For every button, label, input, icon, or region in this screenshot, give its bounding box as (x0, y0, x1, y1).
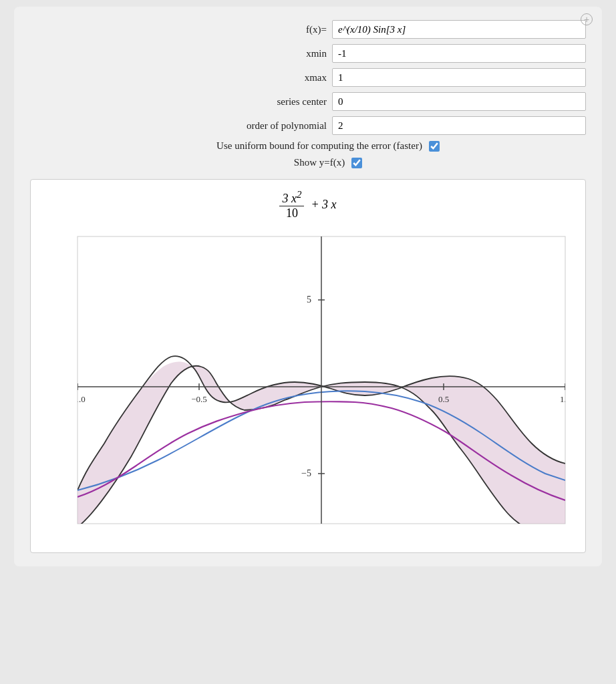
show-fx-row: Show y=f(x) (70, 157, 586, 168)
order-input[interactable] (332, 116, 586, 135)
formula-denominator: 10 (283, 206, 301, 220)
uniform-bound-label: Use uniform bound for computing the erro… (216, 140, 422, 152)
series-center-row: series center (70, 92, 586, 111)
order-row: order of polynomial (70, 116, 586, 135)
formula-rest: + 3 x (311, 198, 336, 212)
xmax-label: xmax (305, 72, 327, 83)
svg-text:0.5: 0.5 (438, 394, 449, 404)
controls-section: f(x)= xmin xmax series center (30, 20, 586, 168)
xmax-input[interactable] (332, 68, 586, 87)
graph-container: 3 x2 10 + 3 x (30, 179, 586, 553)
svg-text:1.0: 1.0 (560, 394, 571, 404)
xmin-row: xmin (70, 44, 586, 63)
show-fx-label: Show y=f(x) (294, 157, 345, 168)
xmin-input[interactable] (332, 44, 586, 63)
svg-text:−5: −5 (301, 468, 311, 478)
uniform-bound-row: Use uniform bound for computing the erro… (70, 140, 586, 152)
graph-title: 3 x2 10 + 3 x (37, 189, 579, 220)
graph-svg: 5 −5 −1.0 −0.5 0.5 1.0 (37, 223, 585, 544)
svg-text:−0.5: −0.5 (191, 394, 207, 404)
uniform-bound-checkbox[interactable] (429, 141, 440, 152)
xmin-label: xmin (306, 48, 327, 59)
formula-numerator: 3 x2 (279, 189, 304, 206)
xmax-row: xmax (70, 68, 586, 87)
plus-icon[interactable]: + (581, 13, 593, 25)
show-fx-checkbox[interactable] (351, 158, 362, 168)
order-label: order of polynomial (247, 120, 327, 132)
fx-input[interactable] (332, 20, 586, 39)
series-center-input[interactable] (332, 92, 586, 111)
svg-text:5: 5 (307, 295, 311, 305)
main-container: + f(x)= xmin xmax series center (14, 7, 602, 566)
fx-label: f(x)= (306, 24, 327, 35)
fx-row: f(x)= (70, 20, 586, 39)
series-center-label: series center (277, 96, 327, 108)
svg-text:−1.0: −1.0 (69, 394, 86, 404)
